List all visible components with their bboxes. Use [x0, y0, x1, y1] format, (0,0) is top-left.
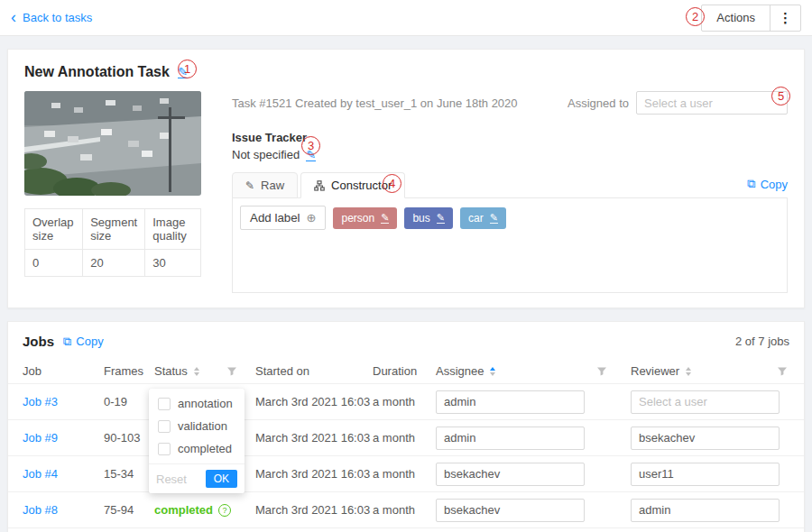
jobs-table-header: Job Frames Status Started on Duration As… [8, 359, 804, 384]
tab-raw-label: Raw [261, 179, 284, 192]
checkbox-validation[interactable] [158, 420, 171, 433]
column-started: Started on [255, 364, 373, 378]
param-header-quality: Image quality [145, 209, 201, 250]
assignee-filter-icon[interactable] [596, 366, 607, 377]
edit-label-car-icon[interactable]: ✎ [490, 213, 498, 224]
task-meta-text: Task #1521 Created by test_user_1 on Jun… [232, 96, 518, 110]
label-chip-bus[interactable]: bus ✎ [404, 207, 453, 229]
frames-cell: 15-34 [104, 467, 154, 481]
reviewer-sort-icon[interactable] [686, 367, 691, 376]
assignee-sort-icon[interactable] [490, 367, 495, 376]
assignee-input[interactable] [436, 499, 585, 522]
add-label-button[interactable]: Add label ⊕ [240, 206, 326, 230]
more-actions-icon[interactable]: ⋮ [770, 5, 800, 31]
column-reviewer[interactable]: Reviewer [631, 364, 789, 378]
column-reviewer-label: Reviewer [631, 364, 679, 378]
param-value-segment: 20 [83, 250, 145, 277]
status-completed-label: completed [154, 503, 213, 517]
status-sort-icon[interactable] [194, 367, 199, 376]
reviewer-input[interactable] [631, 463, 780, 486]
assignee-input[interactable] [436, 390, 585, 414]
duration-cell: a month [373, 503, 436, 517]
column-job: Job [23, 364, 104, 378]
constructor-block-icon [314, 180, 325, 191]
param-header-segment: Segment size [83, 209, 145, 250]
filter-option-validation-label: validation [178, 419, 227, 433]
label-chip-car[interactable]: car ✎ [460, 207, 506, 229]
started-cell: March 3rd 2021 16:03 [255, 431, 373, 445]
column-status-label: Status [154, 364, 188, 378]
column-frames: Frames [104, 364, 154, 378]
started-cell: March 3rd 2021 16:03 [255, 467, 373, 481]
reviewer-filter-icon[interactable] [777, 366, 788, 377]
table-row: Job #3 0-19 March 3rd 2021 16:03 a month [8, 384, 804, 420]
jobs-count: 2 of 7 jobs [735, 335, 789, 348]
jobs-title: Jobs [23, 334, 54, 349]
raw-pencil-icon: ✎ [245, 179, 254, 192]
frames-cell: 0-19 [104, 395, 154, 408]
label-chip-person[interactable]: person ✎ [333, 207, 397, 229]
filter-option-validation[interactable]: validation [149, 415, 245, 437]
filter-reset-button[interactable]: Reset [156, 472, 187, 486]
job-link[interactable]: Job #3 [23, 395, 104, 408]
job-link[interactable]: Job #8 [23, 503, 104, 517]
table-row: Job #8 75-94 completed ? March 3rd 2021 … [8, 492, 804, 528]
checkbox-completed[interactable] [158, 443, 171, 455]
actions-button-label[interactable]: Actions [702, 5, 770, 31]
filter-option-annotation[interactable]: annotation [149, 392, 245, 415]
status-filter-dropdown: annotation validation completed Reset OK [149, 389, 245, 493]
assigned-to-label: Assigned to [567, 96, 629, 110]
status-filter-icon[interactable] [226, 366, 237, 377]
started-cell: March 3rd 2021 16:03 [255, 395, 373, 408]
reviewer-input[interactable] [631, 427, 780, 450]
duration-cell: a month [373, 395, 436, 408]
task-params-table: Overlap size Segment size Image quality … [24, 208, 201, 277]
edit-label-person-icon[interactable]: ✎ [381, 213, 389, 224]
task-preview-image [24, 91, 201, 196]
reviewer-input[interactable] [631, 390, 780, 414]
job-link[interactable]: Job #4 [23, 467, 104, 481]
issue-tracker-value: Not specified [232, 148, 300, 161]
assignee-input[interactable] [436, 463, 585, 486]
assignee-input[interactable] [436, 427, 585, 450]
labels-copy-button[interactable]: ⧉ Copy [747, 177, 788, 197]
task-assignee-input[interactable] [636, 91, 788, 115]
column-assignee-label: Assignee [436, 364, 484, 378]
param-header-overlap: Overlap size [25, 209, 83, 250]
filter-option-completed-label: completed [178, 442, 232, 455]
column-status[interactable]: Status [154, 364, 255, 378]
table-row: Job #4 15-34 March 3rd 2021 16:03 a mont… [8, 456, 804, 492]
duration-cell: a month [373, 467, 436, 481]
add-label-button-label: Add label [250, 211, 300, 225]
checkbox-annotation[interactable] [158, 398, 171, 410]
frames-cell: 75-94 [104, 503, 154, 517]
param-value-overlap: 0 [25, 250, 83, 277]
jobs-card: Jobs ⧉ Copy 2 of 7 jobs Job Frames Statu… [7, 321, 805, 532]
annotation-marker-4: 4 [383, 174, 401, 193]
copy-icon: ⧉ [63, 335, 71, 349]
back-to-tasks-link[interactable]: ‹ Back to tasks [11, 11, 92, 24]
filter-ok-button[interactable]: OK [206, 470, 237, 488]
frames-cell: 90-103 [104, 431, 154, 445]
tab-raw[interactable]: ✎ Raw [232, 172, 298, 198]
labels-constructor-panel: Add label ⊕ person ✎ bus ✎ car ✎ [232, 197, 788, 293]
question-circle-icon[interactable]: ? [218, 504, 231, 517]
table-row: Job #9 90-103 March 3rd 2021 16:03 a mon… [8, 420, 804, 456]
started-cell: March 3rd 2021 16:03 [255, 503, 373, 517]
column-assignee[interactable]: Assignee [436, 364, 631, 378]
label-chip-bus-name: bus [412, 212, 429, 225]
edit-label-bus-icon[interactable]: ✎ [437, 213, 445, 224]
actions-button[interactable]: Actions ⋮ [701, 5, 801, 32]
back-to-tasks-label: Back to tasks [23, 11, 92, 24]
label-chip-car-name: car [468, 212, 484, 225]
annotation-marker-5: 5 [771, 87, 790, 105]
task-details-card: New Annotation Task ✎ [7, 49, 805, 308]
jobs-copy-label: Copy [76, 335, 103, 348]
filter-option-completed[interactable]: completed [149, 437, 245, 460]
annotation-marker-1: 1 [178, 60, 197, 78]
jobs-copy-button[interactable]: ⧉ Copy [63, 335, 104, 349]
reviewer-input[interactable] [631, 499, 780, 522]
copy-icon: ⧉ [747, 177, 755, 191]
job-link[interactable]: Job #9 [23, 431, 104, 445]
back-chevron-icon: ‹ [11, 11, 16, 23]
